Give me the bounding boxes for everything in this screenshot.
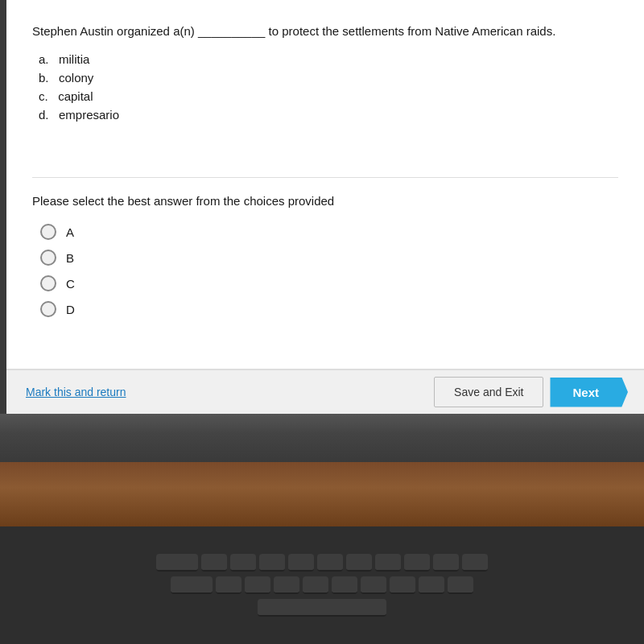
key-e (259, 554, 285, 572)
desk-surface (0, 462, 644, 526)
key-y (346, 554, 372, 572)
radio-option-b[interactable]: B (40, 250, 618, 266)
key-h (361, 576, 386, 594)
key-l (448, 576, 473, 594)
radio-option-d[interactable]: D (40, 301, 618, 317)
keyboard (0, 526, 644, 644)
radio-label-a: A (66, 225, 74, 239)
choice-b-letter: b. colony (39, 71, 93, 85)
key-k (419, 576, 444, 594)
key-space (258, 599, 386, 617)
select-prompt-area: Please select the best answer from the c… (6, 178, 644, 325)
next-button[interactable]: Next (550, 378, 628, 407)
key-a (216, 576, 242, 594)
radio-label-c: C (66, 277, 75, 291)
choice-d: d. empresario (32, 108, 618, 122)
save-exit-button[interactable]: Save and Exit (434, 377, 543, 407)
bottom-bar: Mark this and return Save and Exit Next (6, 369, 644, 414)
radio-label-b: B (66, 251, 74, 265)
key-s (245, 576, 270, 594)
key-caps (171, 576, 213, 594)
radio-label-d: D (66, 303, 75, 316)
key-r (288, 554, 314, 572)
radio-circle-d[interactable] (40, 301, 56, 317)
key-j (390, 576, 415, 594)
key-u (375, 554, 401, 572)
mark-return-link[interactable]: Mark this and return (26, 386, 126, 398)
key-q (201, 554, 227, 572)
radio-option-c[interactable]: C (40, 275, 618, 291)
key-g (332, 576, 357, 594)
choice-c-letter: c. capital (39, 89, 93, 103)
bottom-buttons: Save and Exit Next (434, 377, 628, 407)
radio-circle-b[interactable] (40, 250, 56, 266)
choice-d-letter: d. empresario (39, 108, 119, 122)
screen-container: Stephen Austin organized a(n) __________… (0, 0, 644, 644)
choice-c: c. capital (32, 89, 618, 103)
quiz-content-area: Stephen Austin organized a(n) __________… (6, 0, 644, 369)
choice-a: a. militia (32, 52, 618, 66)
question-area: Stephen Austin organized a(n) __________… (6, 0, 644, 177)
key-i (404, 554, 430, 572)
radio-circle-a[interactable] (40, 224, 56, 240)
key-o (433, 554, 459, 572)
choice-a-letter: a. militia (39, 52, 89, 66)
key-w (230, 554, 256, 572)
choice-b: b. colony (32, 71, 618, 85)
monitor-bezel (0, 414, 644, 462)
question-text: Stephen Austin organized a(n) __________… (32, 23, 618, 41)
key-tab (156, 554, 198, 572)
key-p (462, 554, 488, 572)
key-t (317, 554, 343, 572)
keyboard-row-1 (156, 554, 488, 572)
select-prompt: Please select the best answer from the c… (32, 194, 618, 208)
keyboard-row-2 (171, 576, 473, 594)
key-f (303, 576, 328, 594)
keyboard-row-3 (258, 599, 386, 617)
radio-options-group: A B C D (32, 224, 618, 317)
key-d (274, 576, 299, 594)
radio-circle-c[interactable] (40, 275, 56, 291)
radio-option-a[interactable]: A (40, 224, 618, 240)
